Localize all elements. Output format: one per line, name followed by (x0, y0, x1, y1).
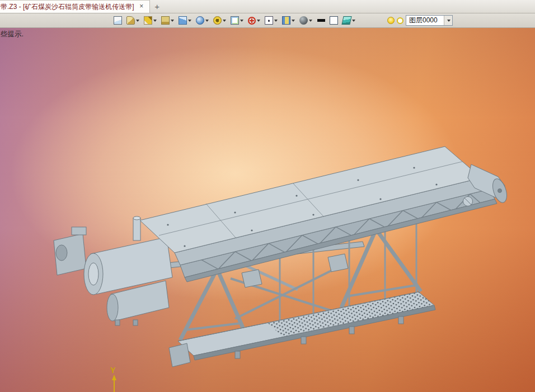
line-width-icon (317, 16, 325, 25)
document-tab-title: 带.Z3 - [矿石煤炭沙石辊筒皮带输送机传送带] (1, 2, 134, 12)
render-manager-icon (126, 16, 135, 25)
pick-color-icon (144, 16, 152, 25)
section-view-icon (282, 16, 290, 25)
layer-manager-icon[interactable] (341, 15, 357, 27)
visualization-toolbar: 图层0000 (0, 13, 535, 28)
gusset-plate[interactable] (328, 254, 348, 272)
point-display-icon (265, 16, 273, 25)
layer-combo-dropdown-button[interactable] (444, 16, 452, 25)
dropdown-caret-icon (205, 20, 209, 22)
rotation-center-icon (248, 17, 256, 25)
render-manager-icon[interactable] (125, 15, 141, 27)
dropdown-caret-icon (136, 20, 139, 22)
shade-mode-icon[interactable] (177, 15, 193, 27)
tab-close-icon[interactable]: × (138, 3, 146, 11)
material-render-icon (299, 16, 308, 25)
y-axis-label: Y (110, 366, 116, 375)
material-render-icon[interactable] (298, 15, 314, 27)
walkway-platform[interactable] (169, 292, 435, 367)
texture-map-icon (231, 16, 239, 25)
toolbar-icons (112, 13, 358, 27)
color-wheel-icon[interactable] (212, 15, 228, 27)
dropdown-caret-icon (257, 20, 260, 22)
tab-bar: 带.Z3 - [矿石煤炭沙石辊筒皮带输送机传送带] × + (0, 0, 535, 13)
background-color-icon[interactable] (328, 15, 340, 27)
new-tab-button[interactable]: + (150, 0, 165, 13)
dropdown-caret-icon (274, 20, 278, 22)
shade-mode-icon (179, 16, 187, 25)
export-image-icon[interactable] (112, 15, 124, 27)
dropdown-caret-icon (240, 20, 243, 22)
layer-color-ring-icon[interactable] (397, 17, 403, 24)
texture-map-icon[interactable] (229, 15, 245, 27)
export-image-icon (114, 16, 122, 25)
point-display-icon[interactable] (263, 15, 279, 27)
layer-combo-value: 图层0000 (409, 16, 438, 25)
dropdown-caret-icon (223, 20, 226, 22)
line-width-icon[interactable] (315, 15, 327, 27)
background-color-icon (330, 16, 338, 25)
dropdown-caret-icon (309, 20, 312, 22)
model-canvas[interactable]: Y (0, 28, 535, 392)
dropdown-caret-icon (292, 20, 295, 22)
layer-combo[interactable]: 图层0000 (406, 15, 453, 26)
appearance-icon (196, 16, 204, 25)
dropdown-caret-icon (447, 20, 450, 22)
appearance-icon[interactable] (194, 15, 210, 27)
y-axis-arrowhead-icon (112, 375, 116, 380)
dropdown-caret-icon (153, 20, 157, 22)
pick-color-icon[interactable] (142, 15, 158, 27)
color-wheel-icon (213, 16, 222, 25)
paint-part-icon[interactable] (159, 15, 176, 27)
dropdown-caret-icon (171, 20, 174, 22)
bend-pulley-cap (107, 294, 118, 321)
model-viewport[interactable]: 些提示. (0, 28, 535, 392)
layer-visibility-bulb-icon[interactable] (387, 17, 395, 24)
walkway-end-plate (169, 343, 190, 367)
conveyor-model[interactable] (54, 147, 509, 367)
section-view-icon[interactable] (280, 15, 297, 27)
dropdown-caret-icon (188, 20, 191, 22)
y-axis-indicator: Y (110, 366, 116, 392)
breather-pipe (133, 218, 140, 240)
dropdown-caret-icon (352, 20, 355, 22)
gusset-plate[interactable] (242, 270, 262, 287)
layer-manager-icon (341, 16, 351, 25)
document-tab[interactable]: 带.Z3 - [矿石煤炭沙石辊筒皮带输送机传送带] × (0, 0, 150, 13)
rotation-center-icon[interactable] (246, 15, 262, 27)
paint-part-icon (161, 16, 170, 25)
